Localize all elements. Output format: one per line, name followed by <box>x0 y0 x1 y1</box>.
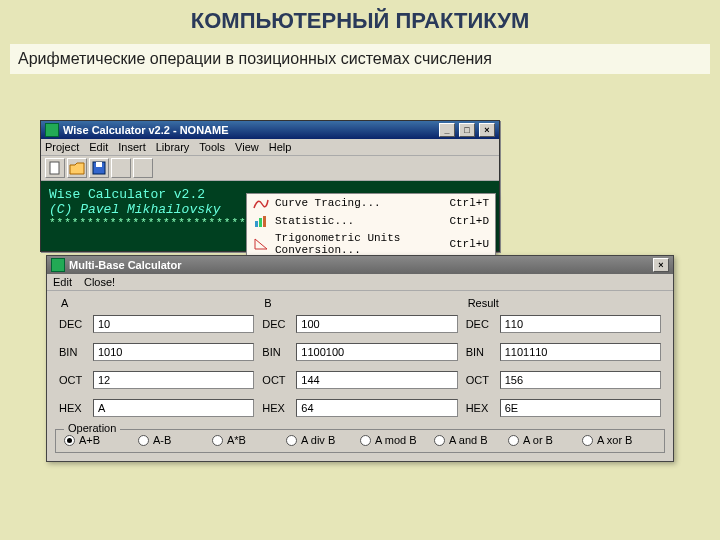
menu-project[interactable]: Project <box>45 141 79 153</box>
col-result-header: Result <box>468 297 661 309</box>
result-dec-input[interactable] <box>500 315 661 333</box>
operation-legend: Operation <box>64 422 120 434</box>
b-dec-input[interactable] <box>296 315 457 333</box>
label-bin: BIN <box>262 346 296 358</box>
calculator-window: Multi-Base Calculator × Edit Close! A DE… <box>46 255 674 462</box>
op-mul[interactable]: A*B <box>212 434 286 446</box>
op-mod[interactable]: A mod B <box>360 434 434 446</box>
label-hex: HEX <box>262 402 296 414</box>
label-bin: BIN <box>466 346 500 358</box>
op-and[interactable]: A and B <box>434 434 508 446</box>
menu-insert[interactable]: Insert <box>118 141 146 153</box>
app-icon <box>45 123 59 137</box>
label-dec: DEC <box>262 318 296 330</box>
dd-shortcut: Ctrl+T <box>439 197 489 209</box>
page-title: КОМПЬЮТЕРНЫЙ ПРАКТИКУМ <box>0 0 720 38</box>
result-hex-input[interactable] <box>500 399 661 417</box>
dd-label: Statistic... <box>275 215 354 227</box>
radio-icon <box>286 435 297 446</box>
b-oct-input[interactable] <box>296 371 457 389</box>
menu-tools[interactable]: Tools <box>199 141 225 153</box>
main-menubar: Project Edit Insert Library Tools View H… <box>41 139 499 156</box>
column-b: B DEC BIN OCT HEX <box>258 295 461 427</box>
dd-statistic[interactable]: Statistic... Ctrl+D <box>247 212 495 230</box>
dd-trig[interactable]: Trigonometric Units Conversion... Ctrl+U <box>247 230 495 258</box>
a-hex-input[interactable] <box>93 399 254 417</box>
a-oct-input[interactable] <box>93 371 254 389</box>
op-label: A*B <box>227 434 246 446</box>
op-xor[interactable]: A xor B <box>582 434 656 446</box>
radio-icon <box>212 435 223 446</box>
dd-label: Curve Tracing... <box>275 197 381 209</box>
radio-icon <box>508 435 519 446</box>
op-label: A-B <box>153 434 171 446</box>
op-div[interactable]: A div B <box>286 434 360 446</box>
a-bin-input[interactable] <box>93 343 254 361</box>
close-button[interactable]: × <box>479 123 495 137</box>
dd-curve-tracing[interactable]: Curve Tracing... Ctrl+T <box>247 194 495 212</box>
menu-library[interactable]: Library <box>156 141 190 153</box>
calc-menu-edit[interactable]: Edit <box>53 276 72 288</box>
b-hex-input[interactable] <box>296 399 457 417</box>
op-sub[interactable]: A-B <box>138 434 212 446</box>
dd-shortcut: Ctrl+U <box>439 238 489 250</box>
chart-icon <box>253 214 269 228</box>
dd-label: Trigonometric Units Conversion... <box>275 232 439 256</box>
main-app-window: Wise Calculator v2.2 - NONAME _ □ × Proj… <box>40 120 500 252</box>
toolbar-new-icon[interactable] <box>45 158 65 178</box>
menu-view[interactable]: View <box>235 141 259 153</box>
a-dec-input[interactable] <box>93 315 254 333</box>
label-oct: OCT <box>466 374 500 386</box>
result-oct-input[interactable] <box>500 371 661 389</box>
main-window-title: Wise Calculator v2.2 - NONAME <box>63 124 229 136</box>
operation-options: A+B A-B A*B A div B A mod B A and B A or… <box>64 434 656 446</box>
col-a-header: A <box>61 297 254 309</box>
toolbar-btn-4[interactable] <box>111 158 131 178</box>
menu-edit[interactable]: Edit <box>89 141 108 153</box>
op-label: A div B <box>301 434 335 446</box>
toolbar-open-icon[interactable] <box>67 158 87 178</box>
minimize-button[interactable]: _ <box>439 123 455 137</box>
op-label: A xor B <box>597 434 632 446</box>
svg-rect-4 <box>255 221 258 227</box>
col-b-header: B <box>264 297 457 309</box>
column-result: Result DEC BIN OCT HEX <box>462 295 665 427</box>
op-add[interactable]: A+B <box>64 434 138 446</box>
main-titlebar[interactable]: Wise Calculator v2.2 - NONAME _ □ × <box>41 121 499 139</box>
radio-icon <box>64 435 75 446</box>
radio-icon <box>360 435 371 446</box>
label-hex: HEX <box>466 402 500 414</box>
label-dec: DEC <box>59 318 93 330</box>
label-oct: OCT <box>262 374 296 386</box>
calc-menubar: Edit Close! <box>47 274 673 291</box>
maximize-button[interactable]: □ <box>459 123 475 137</box>
menu-help[interactable]: Help <box>269 141 292 153</box>
b-bin-input[interactable] <box>296 343 457 361</box>
op-label: A+B <box>79 434 100 446</box>
toolbar-save-icon[interactable] <box>89 158 109 178</box>
op-or[interactable]: A or B <box>508 434 582 446</box>
label-bin: BIN <box>59 346 93 358</box>
dd-shortcut: Ctrl+D <box>439 215 489 227</box>
label-oct: OCT <box>59 374 93 386</box>
svg-marker-1 <box>70 163 84 174</box>
radio-icon <box>582 435 593 446</box>
calc-body: A DEC BIN OCT HEX B DEC BIN OCT HEX Resu… <box>47 291 673 461</box>
svg-rect-6 <box>263 216 266 227</box>
calc-titlebar[interactable]: Multi-Base Calculator × <box>47 256 673 274</box>
result-bin-input[interactable] <box>500 343 661 361</box>
svg-rect-3 <box>96 162 102 167</box>
svg-rect-0 <box>50 162 59 174</box>
toolbar-btn-5[interactable] <box>133 158 153 178</box>
op-label: A and B <box>449 434 488 446</box>
svg-rect-5 <box>259 218 262 227</box>
calc-close-button[interactable]: × <box>653 258 669 272</box>
calc-window-title: Multi-Base Calculator <box>69 259 181 271</box>
calc-menu-close[interactable]: Close! <box>84 276 115 288</box>
main-toolbar <box>41 156 499 181</box>
calc-app-icon <box>51 258 65 272</box>
radio-icon <box>434 435 445 446</box>
radio-icon <box>138 435 149 446</box>
label-hex: HEX <box>59 402 93 414</box>
op-label: A mod B <box>375 434 417 446</box>
